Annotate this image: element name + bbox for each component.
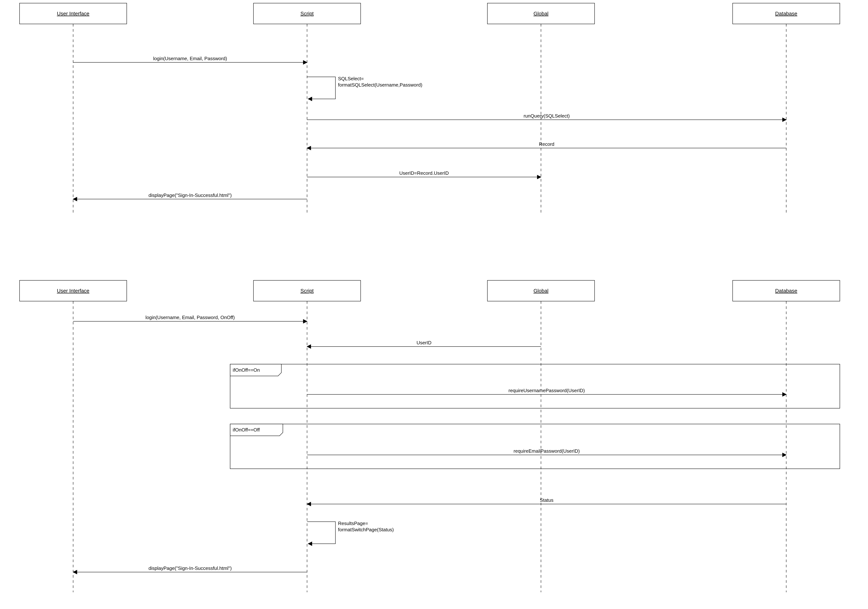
svg-text:UserID: UserID	[417, 340, 431, 345]
participant-label: User Interface	[57, 288, 89, 294]
msg-runquery: runQuery(SQLSelect)	[307, 113, 786, 120]
participant-label: User Interface	[57, 11, 89, 16]
svg-text:Record: Record	[539, 141, 555, 147]
svg-text:login(Username, Email, Passwor: login(Username, Email, Password, OnOff)	[146, 315, 235, 320]
svg-text:Status: Status	[540, 497, 553, 503]
msg-require-user: requireUsernamePassword(UserID)	[307, 388, 786, 394]
svg-text:ifOnOff==On: ifOnOff==On	[233, 367, 260, 373]
participant-label: Global	[533, 288, 549, 294]
participant-label: Global	[533, 11, 549, 16]
msg-userid: UserID=Record.UserID	[307, 170, 541, 177]
svg-text:ResultsPage=: ResultsPage=	[338, 521, 368, 526]
svg-text:formatSwitchPage(Status): formatSwitchPage(Status)	[338, 527, 394, 532]
msg-sqlselect: SQLSelect=formatSQLSelect(Username,Passw…	[307, 76, 422, 99]
svg-text:SQLSelect=: SQLSelect=	[338, 76, 364, 81]
svg-text:requireEmailPassword(UserID): requireEmailPassword(UserID)	[514, 448, 580, 454]
msg-resultspage: ResultsPage=formatSwitchPage(Status)	[307, 521, 394, 544]
fragment-on: ifOnOff==On	[230, 364, 840, 408]
svg-text:displayPage("Sign-In-Successfu: displayPage("Sign-In-Successful.html")	[149, 192, 232, 198]
svg-text:formatSQLSelect(Username,Passw: formatSQLSelect(Username,Password)	[338, 82, 422, 88]
msg-userid2: UserID	[307, 340, 541, 346]
svg-text:UserID=Record.UserID: UserID=Record.UserID	[399, 170, 449, 176]
msg-login2: login(Username, Email, Password, OnOff)	[73, 315, 307, 321]
svg-rect-16	[230, 364, 840, 408]
participant-label: Script	[301, 288, 314, 294]
participant-label: Database	[775, 11, 797, 16]
svg-text:requireUsernamePassword(UserID: requireUsernamePassword(UserID)	[508, 388, 585, 393]
msg-login: login(Username, Email, Password)	[73, 56, 307, 62]
msg-display2: displayPage("Sign-In-Successful.html")	[73, 566, 307, 572]
msg-require-email: requireEmailPassword(UserID)	[307, 448, 786, 455]
msg-record: Record	[307, 141, 786, 148]
svg-text:ifOnOff==Off: ifOnOff==Off	[233, 427, 260, 433]
participant-label: Script	[301, 11, 314, 16]
svg-text:runQuery(SQLSelect): runQuery(SQLSelect)	[524, 113, 570, 119]
msg-status: Status	[307, 497, 786, 504]
fragment-off: ifOnOff==Off	[230, 424, 840, 469]
svg-rect-20	[230, 424, 840, 469]
msg-display: displayPage("Sign-In-Successful.html")	[73, 192, 307, 199]
svg-text:login(Username, Email, Passwor: login(Username, Email, Password)	[153, 56, 227, 61]
svg-text:displayPage("Sign-In-Successfu: displayPage("Sign-In-Successful.html")	[149, 566, 232, 571]
participant-label: Database	[775, 288, 797, 294]
